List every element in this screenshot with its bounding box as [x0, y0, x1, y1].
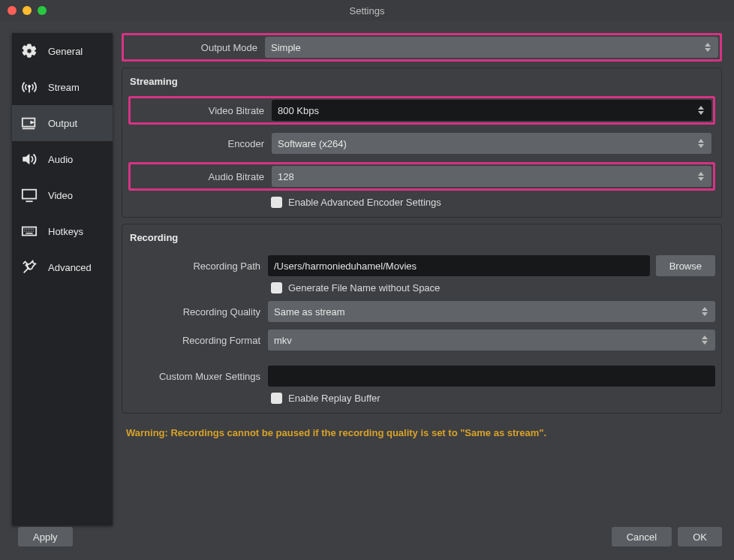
monitor-icon [20, 186, 39, 204]
audio-bitrate-highlight: Audio Bitrate 128 [128, 162, 715, 191]
advanced-encoder-label: Enable Advanced Encoder Settings [288, 197, 441, 208]
recording-format-select[interactable]: mkv [268, 330, 715, 351]
output-mode-select[interactable]: Simple [265, 37, 718, 58]
video-bitrate-input[interactable]: 800 Kbps [272, 100, 711, 121]
encoder-select[interactable]: Software (x264) [272, 133, 711, 154]
titlebar: Settings [0, 0, 734, 21]
sidebar-item-hotkeys[interactable]: Hotkeys [12, 213, 113, 249]
stepper-icon [695, 169, 707, 184]
browse-button[interactable]: Browse [656, 255, 715, 276]
sidebar-item-output[interactable]: Output [12, 105, 113, 141]
streaming-group: Streaming Video Bitrate 800 Kbps [122, 68, 722, 218]
keyboard-icon [20, 222, 39, 240]
muxer-label: Custom Muxer Settings [128, 371, 262, 382]
speaker-icon [20, 150, 39, 168]
apply-button[interactable]: Apply [18, 527, 73, 546]
sidebar-item-general[interactable]: General [12, 33, 113, 69]
ok-button[interactable]: OK [678, 527, 722, 546]
output-mode-value: Simple [271, 42, 301, 53]
recording-path-value: /Users/harmonieduhamel/Movies [274, 260, 417, 272]
sidebar: General Stream Output Audio Video [12, 33, 113, 525]
footer: Apply Cancel OK [0, 531, 734, 554]
encoder-label: Encoder [132, 138, 266, 149]
output-mode-label: Output Mode [125, 42, 259, 53]
audio-bitrate-label: Audio Bitrate [132, 171, 266, 182]
encoder-value: Software (x264) [278, 138, 347, 149]
sidebar-item-audio[interactable]: Audio [12, 141, 113, 177]
sidebar-item-stream[interactable]: Stream [12, 69, 113, 105]
svg-rect-2 [23, 190, 36, 199]
recording-path-label: Recording Path [128, 260, 262, 272]
sidebar-item-label: Audio [48, 154, 73, 165]
replay-buffer-checkbox[interactable] [271, 393, 282, 404]
output-mode-highlight: Output Mode Simple [122, 33, 722, 62]
audio-bitrate-value: 128 [278, 171, 294, 182]
recording-format-label: Recording Format [128, 335, 262, 346]
minimize-window-button[interactable] [23, 6, 32, 15]
video-bitrate-value: 800 Kbps [278, 105, 319, 116]
window-title: Settings [0, 5, 734, 17]
video-bitrate-label: Video Bitrate [132, 105, 266, 116]
recording-format-value: mkv [274, 335, 292, 346]
tools-icon [20, 258, 39, 276]
stepper-icon [699, 304, 711, 319]
zoom-window-button[interactable] [38, 6, 47, 15]
output-icon [20, 114, 39, 132]
audio-bitrate-select[interactable]: 128 [272, 166, 711, 187]
recording-quality-select[interactable]: Same as stream [268, 301, 715, 322]
close-window-button[interactable] [8, 6, 17, 15]
warning-text: Warning: Recordings cannot be paused if … [122, 420, 722, 438]
window-controls [0, 6, 47, 15]
content-area: Output Mode Simple Streaming Video Bitra… [122, 33, 722, 525]
gen-filename-label: Generate File Name without Space [288, 282, 440, 294]
streaming-title: Streaming [128, 74, 715, 92]
stepper-icon[interactable] [695, 103, 707, 118]
sidebar-item-label: Stream [48, 82, 80, 93]
recording-quality-value: Same as stream [274, 306, 345, 318]
recording-path-input[interactable]: /Users/harmonieduhamel/Movies [268, 255, 650, 276]
replay-buffer-label: Enable Replay Buffer [288, 393, 381, 404]
cancel-button[interactable]: Cancel [612, 527, 672, 546]
stepper-icon [699, 333, 711, 348]
stepper-icon [702, 40, 714, 55]
sidebar-item-label: Advanced [48, 262, 92, 273]
recording-title: Recording [128, 230, 715, 248]
stepper-icon [695, 136, 707, 151]
gen-filename-checkbox[interactable] [271, 282, 282, 294]
sidebar-item-advanced[interactable]: Advanced [12, 249, 113, 285]
gear-icon [20, 42, 39, 60]
sidebar-item-label: Hotkeys [48, 226, 83, 237]
advanced-encoder-checkbox[interactable] [271, 197, 282, 208]
sidebar-item-label: General [48, 46, 83, 57]
antenna-icon [20, 78, 39, 96]
sidebar-item-label: Video [48, 190, 73, 201]
sidebar-item-label: Output [48, 118, 77, 129]
muxer-input[interactable] [268, 366, 715, 387]
video-bitrate-highlight: Video Bitrate 800 Kbps [128, 96, 715, 125]
recording-group: Recording Recording Path /Users/harmonie… [122, 224, 722, 414]
sidebar-item-video[interactable]: Video [12, 177, 113, 213]
recording-quality-label: Recording Quality [128, 306, 262, 318]
